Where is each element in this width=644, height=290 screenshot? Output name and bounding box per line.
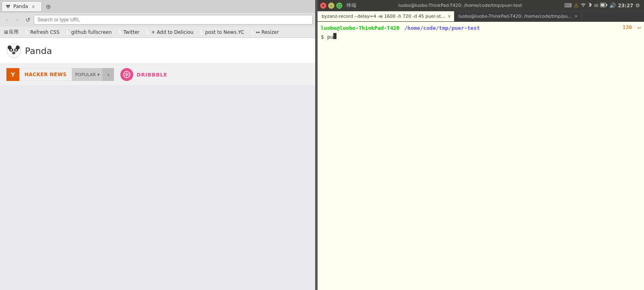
- terminal-panel: ✕ − □ 终端 luobo@luobo-ThinkPad-T420: /hom…: [318, 0, 644, 290]
- terminal-dollar-sign: $: [321, 33, 327, 41]
- bookmark-label: Refresh CSS: [30, 29, 60, 35]
- apps-bookmark[interactable]: ⊞ 应用: [2, 28, 21, 36]
- panda-app-header: Panda: [0, 38, 315, 64]
- maximize-icon: □: [338, 4, 341, 8]
- battery-tray-icon: [600, 3, 607, 8]
- bookmark-label: post to News.YC: [205, 29, 244, 35]
- svg-point-13: [15, 49, 17, 51]
- browser-content: Panda Y HACKER NEWS POPULAR ▾ ‹: [0, 38, 315, 290]
- hn-y-letter: Y: [11, 71, 15, 78]
- terminal-cursor: [333, 33, 336, 39]
- terminal-prompt-line: luobo@luobo-ThinkPad-T420 /home/code/tmp…: [321, 24, 641, 32]
- bookmark-icon: 📄: [24, 30, 29, 34]
- svg-point-14: [12, 52, 15, 54]
- terminal-app-title: 终端: [343, 2, 356, 9]
- back-button[interactable]: ‹: [2, 15, 11, 24]
- bookmark-icon: 📄: [118, 30, 122, 34]
- apps-grid-icon: ⊞: [4, 29, 8, 35]
- bookmark-refresh-css[interactable]: 📄 Refresh CSS: [22, 29, 62, 36]
- popular-label: POPULAR ▾: [75, 72, 100, 77]
- bookmark-label: Twitter: [124, 29, 140, 35]
- dribbble-ball-icon: [123, 71, 130, 78]
- terminal-command-text: pu: [327, 33, 334, 41]
- arrow-left-icon: ‹: [107, 71, 109, 78]
- collapse-button[interactable]: ‹: [103, 68, 114, 81]
- panda-logo-icon: [6, 44, 21, 58]
- tab-label: Panda: [13, 4, 28, 9]
- forward-button[interactable]: ›: [13, 15, 22, 24]
- tab-close-btn[interactable]: ×: [31, 4, 36, 9]
- svg-rect-19: [601, 4, 605, 6]
- bookmark-icon: 📄: [145, 30, 150, 34]
- apps-label: 应用: [9, 29, 19, 35]
- terminal-tab-2-label: luobo@luobo-ThinkPad-T420: /home/code/tm…: [458, 14, 572, 19]
- minimize-icon: −: [330, 4, 333, 8]
- bookmark-github-fullscreen[interactable]: 📄 github fullscreen: [63, 29, 114, 36]
- terminal-tab-1-label: byzanz-record --delay=4 -w 1600 -h 720 -…: [322, 14, 445, 19]
- navigation-bar: ‹ › ↺: [0, 13, 315, 27]
- wifi-tray-icon: [580, 2, 586, 8]
- close-icon: ✕: [322, 4, 325, 8]
- panda-title: Panda: [25, 46, 52, 56]
- bookmark-twitter[interactable]: 📄 Twitter: [115, 29, 142, 36]
- svg-point-12: [10, 49, 12, 51]
- browser-panel: Panda × ⊕ ‹ › ↺ ⊞ 应用 📄 Refresh CSS 📄: [0, 0, 315, 290]
- dribbble-label: DRIBBBLE: [136, 72, 167, 78]
- terminal-user-host: luobo@luobo-ThinkPad-T420: [321, 24, 400, 32]
- bookmark-icon: 📄: [199, 30, 204, 34]
- terminal-window-title: luobo@luobo-ThinkPad-T420: /home/code/tm…: [356, 3, 564, 8]
- terminal-maximize-button[interactable]: □: [336, 2, 343, 9]
- bookmark-add-delicious[interactable]: 📄 + Add to Deliciou: [143, 29, 196, 36]
- bookmark-label: github fullscreen: [71, 29, 112, 35]
- new-tab-button[interactable]: ⊕: [43, 1, 54, 12]
- svg-point-5: [7, 6, 8, 7]
- return-arrow-indicator: ↵: [638, 24, 641, 30]
- svg-rect-18: [606, 4, 607, 6]
- volume-tray-icon: 🔊: [609, 2, 616, 8]
- hacker-news-badge: Y: [6, 68, 19, 81]
- terminal-close-button[interactable]: ✕: [320, 2, 326, 9]
- bookmarks-bar: ⊞ 应用 📄 Refresh CSS 📄 github fullscreen 📄…: [0, 27, 315, 38]
- terminal-titlebar: ✕ − □ 终端 luobo@luobo-ThinkPad-T420: /hom…: [318, 0, 644, 11]
- reload-icon: ↺: [25, 17, 30, 23]
- back-icon: ‹: [6, 17, 8, 23]
- terminal-tab-2[interactable]: luobo@luobo-ThinkPad-T420: /home/code/tm…: [454, 11, 582, 21]
- bookmark-label: + Add to Deliciou: [151, 29, 194, 35]
- settings-tray-icon: ⚙: [635, 2, 640, 8]
- reload-button[interactable]: ↺: [23, 15, 32, 24]
- bookmark-label: ↔ Resizer: [256, 29, 279, 35]
- new-tab-icon: ⊕: [45, 3, 51, 10]
- keyboard-tray-icon: ⌨: [564, 2, 572, 8]
- popular-button[interactable]: POPULAR ▾: [72, 68, 103, 81]
- bookmark-icon: 📄: [250, 30, 255, 34]
- line-number-indicator: 130: [623, 24, 632, 30]
- bookmark-icon: 📄: [65, 30, 70, 34]
- section-navigation: Y HACKER NEWS POPULAR ▾ ‹: [0, 64, 315, 85]
- terminal-tabs-bar: byzanz-record --delay=4 -w 1600 -h 720 -…: [318, 11, 644, 22]
- terminal-tab-1-close[interactable]: ✕: [448, 14, 451, 19]
- system-clock: 23:27: [618, 3, 633, 8]
- hacker-news-label: HACKER NEWS: [19, 68, 72, 81]
- browser-tab-panda[interactable]: Panda ×: [2, 1, 42, 12]
- panel-divider[interactable]: [315, 0, 318, 290]
- terminal-body: luobo@luobo-ThinkPad-T420 /home/code/tmp…: [318, 22, 644, 290]
- bookmark-resizer[interactable]: 📄 ↔ Resizer: [248, 29, 281, 36]
- dribbble-label-text: DRIBBBLE: [136, 72, 167, 78]
- dribbble-section[interactable]: DRIBBBLE: [120, 68, 167, 81]
- terminal-tab-2-close[interactable]: ✕: [574, 14, 578, 19]
- svg-point-6: [8, 6, 9, 7]
- address-bar-input[interactable]: [34, 15, 313, 25]
- terminal-tab-1[interactable]: byzanz-record --delay=4 -w 1600 -h 720 -…: [318, 11, 454, 21]
- hn-label-text: HACKER NEWS: [25, 72, 67, 77]
- bluetooth-tray-icon: [588, 2, 592, 9]
- terminal-command-line: $ pu: [321, 33, 641, 41]
- terminal-minimize-button[interactable]: −: [328, 2, 334, 9]
- system-tray: ⌨ ⚠ ✉: [564, 2, 642, 9]
- hacker-news-section[interactable]: Y HACKER NEWS POPULAR ▾ ‹: [6, 68, 114, 81]
- panda-favicon: [5, 4, 11, 9]
- warning-tray-icon: ⚠: [574, 2, 578, 8]
- bookmark-post-newsyc[interactable]: 📄 post to News.YC: [197, 29, 247, 36]
- dribbble-icon: [120, 68, 133, 81]
- forward-icon: ›: [16, 17, 19, 23]
- terminal-path: /home/code/tmp/puer-test: [401, 24, 480, 32]
